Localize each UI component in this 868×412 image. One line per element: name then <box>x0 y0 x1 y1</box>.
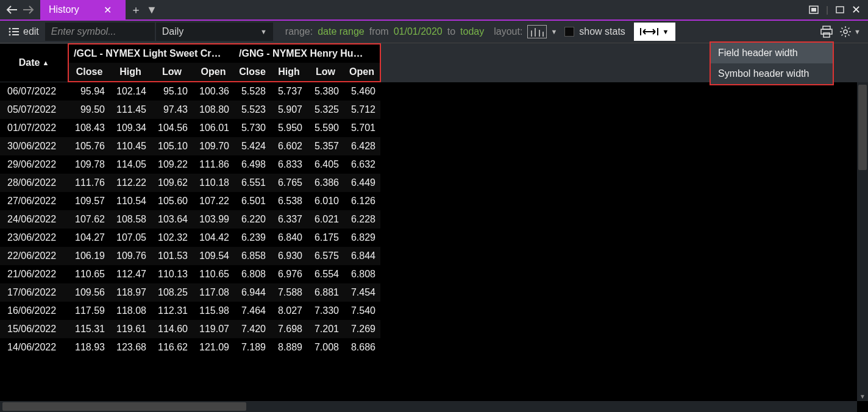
cell: 104.27 <box>68 229 110 247</box>
table-row[interactable]: 14/06/2022118.93123.68116.62121.097.1898… <box>0 338 380 357</box>
tab-menu-button[interactable]: ▼ <box>146 4 157 16</box>
show-stats-toggle[interactable]: show stats <box>564 26 625 37</box>
table-row[interactable]: 06/07/202295.94102.1495.10100.365.5285.7… <box>0 82 380 101</box>
svg-rect-8 <box>12 34 19 35</box>
field-header[interactable]: Low <box>151 63 193 82</box>
cell: 01/07/2022 <box>0 119 68 137</box>
table-row[interactable]: 28/06/2022111.76112.22109.62110.186.5516… <box>0 174 380 192</box>
cell: 107.05 <box>110 229 151 247</box>
svg-rect-2 <box>836 7 844 13</box>
layout-button[interactable]: ▼ <box>527 25 557 38</box>
tab-history[interactable]: History ✕ <box>40 0 126 20</box>
cell: 109.62 <box>151 174 193 192</box>
column-header-date[interactable]: Date ▲ <box>0 44 68 82</box>
cell: 6.632 <box>344 155 380 174</box>
from-date[interactable]: 01/01/2020 <box>394 26 443 37</box>
symbol-header-0[interactable]: /GCL - NYMEX Light Sweet Cr… <box>68 44 234 63</box>
print-button[interactable] <box>820 26 833 38</box>
field-header[interactable]: Open <box>344 63 380 82</box>
table-row[interactable]: 16/06/2022117.59118.08112.31115.987.4648… <box>0 302 380 320</box>
edit-button[interactable]: edit <box>2 21 45 43</box>
cell: 6.405 <box>307 155 344 174</box>
close-tab-button[interactable]: ✕ <box>104 4 112 16</box>
cell: 6.501 <box>234 192 271 210</box>
field-header[interactable]: Close <box>68 63 110 82</box>
cell: 102.14 <box>110 82 151 101</box>
table-row[interactable]: 27/06/2022109.57110.54105.60107.226.5016… <box>0 192 380 210</box>
cell: 118.08 <box>110 302 151 320</box>
cell: 119.61 <box>110 320 151 338</box>
back-button[interactable] <box>4 2 20 18</box>
forward-button[interactable] <box>21 2 37 18</box>
cell: 22/06/2022 <box>0 247 68 265</box>
scroll-thumb[interactable] <box>858 85 867 170</box>
field-header[interactable]: High <box>271 63 307 82</box>
table-row[interactable]: 29/06/2022109.78114.05109.22111.866.4986… <box>0 155 380 174</box>
fit-width-icon <box>640 27 658 37</box>
new-tab-button[interactable]: ＋ <box>130 2 141 17</box>
vertical-scrollbar[interactable]: ▲ ▼ <box>857 82 868 401</box>
field-header[interactable]: Close <box>234 63 271 82</box>
table-row[interactable]: 23/06/2022104.27107.05102.32104.426.2396… <box>0 229 380 247</box>
toolbar: edit Daily ▼ range: date range from 01/0… <box>0 21 868 43</box>
layout-segment: layout: ▼ <box>494 25 557 38</box>
cell: 6.428 <box>344 137 380 155</box>
field-header[interactable]: Low <box>307 63 344 82</box>
table-row[interactable]: 30/06/2022105.76110.45105.10109.705.4246… <box>0 137 380 155</box>
table-row[interactable]: 22/06/2022106.19109.76101.53109.546.8586… <box>0 247 380 265</box>
range-segment: range: date range from 01/01/2020 to tod… <box>285 26 484 37</box>
cell: 6.976 <box>271 265 307 283</box>
column-width-button[interactable]: ▼ <box>634 23 675 41</box>
cell: 8.027 <box>271 302 307 320</box>
dropdown-item-symbol-width[interactable]: Symbol header width <box>711 63 833 84</box>
cell: 6.840 <box>271 229 307 247</box>
maximize-button[interactable] <box>836 6 844 13</box>
cell: 6.386 <box>307 174 344 192</box>
scroll-down-button[interactable]: ▼ <box>857 391 868 401</box>
symbol-header-1[interactable]: /GNG - NYMEX Henry Hu… <box>234 44 380 63</box>
table-container: Date ▲ /GCL - NYMEX Light Sweet Cr… /GNG… <box>0 43 868 412</box>
cell: 6.337 <box>271 210 307 229</box>
cell: 6.449 <box>344 174 380 192</box>
settings-button[interactable]: ▼ <box>839 26 861 38</box>
cell: 110.65 <box>68 265 110 283</box>
cell: 6.602 <box>271 137 307 155</box>
table-row[interactable]: 05/07/202299.50111.4597.43108.805.5235.9… <box>0 101 380 119</box>
date-range-link[interactable]: date range <box>318 26 365 37</box>
cell: 106.19 <box>68 247 110 265</box>
field-header[interactable]: Open <box>193 63 234 82</box>
cell: 112.22 <box>110 174 151 192</box>
nav-arrows <box>0 0 40 20</box>
scroll-thumb[interactable] <box>2 402 246 411</box>
cell: 6.944 <box>234 283 271 302</box>
cell: 114.60 <box>151 320 193 338</box>
table-row[interactable]: 21/06/2022110.65112.47110.13110.656.8086… <box>0 265 380 283</box>
cell: 101.53 <box>151 247 193 265</box>
close-window-button[interactable]: ✕ <box>852 3 861 16</box>
cell: 119.07 <box>193 320 234 338</box>
to-date[interactable]: today <box>460 26 484 37</box>
cell: 116.62 <box>151 338 193 357</box>
symbol-input[interactable] <box>45 23 155 41</box>
cell: 115.31 <box>68 320 110 338</box>
chevron-down-icon: ▼ <box>550 28 557 35</box>
gear-icon <box>839 26 852 38</box>
table-row[interactable]: 24/06/2022107.62108.58103.64103.996.2206… <box>0 210 380 229</box>
detach-window-button[interactable] <box>809 5 819 14</box>
period-select[interactable]: Daily ▼ <box>156 23 273 41</box>
cell: 105.10 <box>151 137 193 155</box>
cell: 110.65 <box>193 265 234 283</box>
table-row[interactable]: 17/06/2022109.56118.97108.25117.086.9447… <box>0 283 380 302</box>
field-header[interactable]: High <box>110 63 151 82</box>
dropdown-item-field-width[interactable]: Field header width <box>711 43 833 63</box>
cell: 6.575 <box>307 247 344 265</box>
table-row[interactable]: 15/06/2022115.31119.61114.60119.077.4207… <box>0 320 380 338</box>
cell: 95.10 <box>151 82 193 101</box>
cell: 5.523 <box>234 101 271 119</box>
cell: 108.80 <box>193 101 234 119</box>
svg-rect-6 <box>12 31 19 32</box>
cell: 110.13 <box>151 265 193 283</box>
horizontal-scrollbar[interactable] <box>0 401 857 412</box>
table-row[interactable]: 01/07/2022108.43109.34104.56106.015.7305… <box>0 119 380 137</box>
cell: 109.76 <box>110 247 151 265</box>
